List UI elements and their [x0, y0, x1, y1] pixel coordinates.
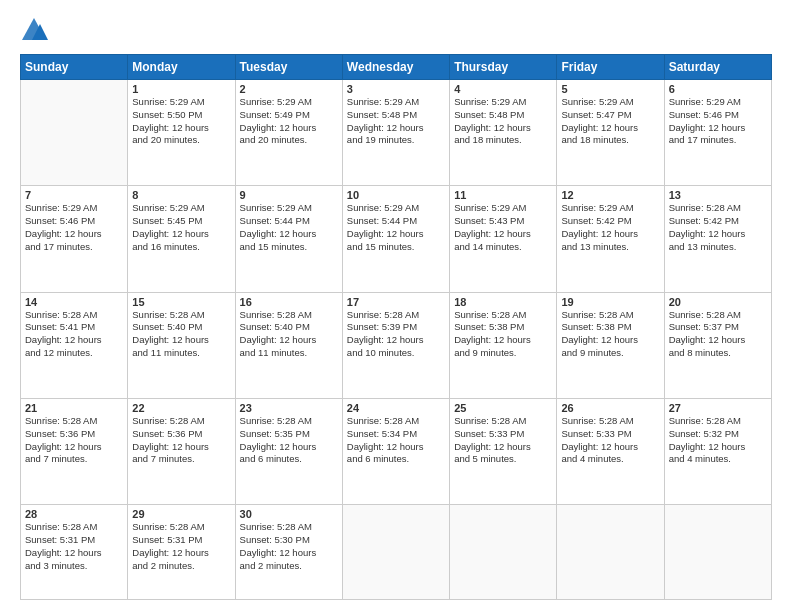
day-info: Sunrise: 5:28 AM Sunset: 5:39 PM Dayligh…	[347, 309, 445, 360]
calendar-cell: 19Sunrise: 5:28 AM Sunset: 5:38 PM Dayli…	[557, 292, 664, 398]
day-number: 15	[132, 296, 230, 308]
day-info: Sunrise: 5:29 AM Sunset: 5:43 PM Dayligh…	[454, 202, 552, 253]
page: SundayMondayTuesdayWednesdayThursdayFrid…	[0, 0, 792, 612]
day-number: 29	[132, 508, 230, 520]
day-of-week-header: Friday	[557, 55, 664, 80]
day-info: Sunrise: 5:28 AM Sunset: 5:33 PM Dayligh…	[454, 415, 552, 466]
day-number: 26	[561, 402, 659, 414]
calendar-week-row: 21Sunrise: 5:28 AM Sunset: 5:36 PM Dayli…	[21, 398, 772, 504]
calendar-cell: 16Sunrise: 5:28 AM Sunset: 5:40 PM Dayli…	[235, 292, 342, 398]
day-number: 11	[454, 189, 552, 201]
day-info: Sunrise: 5:28 AM Sunset: 5:34 PM Dayligh…	[347, 415, 445, 466]
calendar-cell: 4Sunrise: 5:29 AM Sunset: 5:48 PM Daylig…	[450, 80, 557, 186]
calendar-cell: 1Sunrise: 5:29 AM Sunset: 5:50 PM Daylig…	[128, 80, 235, 186]
calendar-cell: 22Sunrise: 5:28 AM Sunset: 5:36 PM Dayli…	[128, 398, 235, 504]
calendar-cell: 29Sunrise: 5:28 AM Sunset: 5:31 PM Dayli…	[128, 505, 235, 600]
day-number: 27	[669, 402, 767, 414]
logo-icon	[20, 16, 48, 44]
calendar-cell	[21, 80, 128, 186]
day-number: 4	[454, 83, 552, 95]
day-number: 16	[240, 296, 338, 308]
calendar-cell: 14Sunrise: 5:28 AM Sunset: 5:41 PM Dayli…	[21, 292, 128, 398]
day-number: 9	[240, 189, 338, 201]
day-number: 28	[25, 508, 123, 520]
calendar-table: SundayMondayTuesdayWednesdayThursdayFrid…	[20, 54, 772, 600]
calendar-cell: 15Sunrise: 5:28 AM Sunset: 5:40 PM Dayli…	[128, 292, 235, 398]
calendar-cell: 11Sunrise: 5:29 AM Sunset: 5:43 PM Dayli…	[450, 186, 557, 292]
day-number: 18	[454, 296, 552, 308]
logo	[20, 16, 52, 44]
day-info: Sunrise: 5:29 AM Sunset: 5:45 PM Dayligh…	[132, 202, 230, 253]
day-info: Sunrise: 5:28 AM Sunset: 5:36 PM Dayligh…	[25, 415, 123, 466]
day-number: 2	[240, 83, 338, 95]
calendar-cell: 21Sunrise: 5:28 AM Sunset: 5:36 PM Dayli…	[21, 398, 128, 504]
day-number: 6	[669, 83, 767, 95]
day-of-week-header: Wednesday	[342, 55, 449, 80]
day-info: Sunrise: 5:29 AM Sunset: 5:44 PM Dayligh…	[347, 202, 445, 253]
calendar-cell: 10Sunrise: 5:29 AM Sunset: 5:44 PM Dayli…	[342, 186, 449, 292]
day-info: Sunrise: 5:29 AM Sunset: 5:42 PM Dayligh…	[561, 202, 659, 253]
day-info: Sunrise: 5:29 AM Sunset: 5:44 PM Dayligh…	[240, 202, 338, 253]
calendar-cell: 18Sunrise: 5:28 AM Sunset: 5:38 PM Dayli…	[450, 292, 557, 398]
day-info: Sunrise: 5:28 AM Sunset: 5:31 PM Dayligh…	[25, 521, 123, 572]
calendar-cell: 12Sunrise: 5:29 AM Sunset: 5:42 PM Dayli…	[557, 186, 664, 292]
day-number: 19	[561, 296, 659, 308]
day-number: 10	[347, 189, 445, 201]
calendar-cell: 24Sunrise: 5:28 AM Sunset: 5:34 PM Dayli…	[342, 398, 449, 504]
day-of-week-header: Saturday	[664, 55, 771, 80]
day-info: Sunrise: 5:28 AM Sunset: 5:40 PM Dayligh…	[240, 309, 338, 360]
header	[20, 16, 772, 44]
day-info: Sunrise: 5:28 AM Sunset: 5:41 PM Dayligh…	[25, 309, 123, 360]
day-info: Sunrise: 5:28 AM Sunset: 5:30 PM Dayligh…	[240, 521, 338, 572]
day-number: 25	[454, 402, 552, 414]
day-number: 30	[240, 508, 338, 520]
calendar-cell: 20Sunrise: 5:28 AM Sunset: 5:37 PM Dayli…	[664, 292, 771, 398]
calendar-cell: 5Sunrise: 5:29 AM Sunset: 5:47 PM Daylig…	[557, 80, 664, 186]
day-info: Sunrise: 5:29 AM Sunset: 5:46 PM Dayligh…	[25, 202, 123, 253]
day-number: 20	[669, 296, 767, 308]
day-info: Sunrise: 5:29 AM Sunset: 5:50 PM Dayligh…	[132, 96, 230, 147]
day-number: 1	[132, 83, 230, 95]
day-number: 17	[347, 296, 445, 308]
calendar-week-row: 7Sunrise: 5:29 AM Sunset: 5:46 PM Daylig…	[21, 186, 772, 292]
day-info: Sunrise: 5:28 AM Sunset: 5:35 PM Dayligh…	[240, 415, 338, 466]
calendar-cell: 27Sunrise: 5:28 AM Sunset: 5:32 PM Dayli…	[664, 398, 771, 504]
day-of-week-header: Sunday	[21, 55, 128, 80]
calendar-cell: 25Sunrise: 5:28 AM Sunset: 5:33 PM Dayli…	[450, 398, 557, 504]
calendar-cell: 30Sunrise: 5:28 AM Sunset: 5:30 PM Dayli…	[235, 505, 342, 600]
calendar-week-row: 28Sunrise: 5:28 AM Sunset: 5:31 PM Dayli…	[21, 505, 772, 600]
day-info: Sunrise: 5:29 AM Sunset: 5:46 PM Dayligh…	[669, 96, 767, 147]
day-info: Sunrise: 5:28 AM Sunset: 5:38 PM Dayligh…	[454, 309, 552, 360]
calendar-cell	[557, 505, 664, 600]
day-info: Sunrise: 5:28 AM Sunset: 5:36 PM Dayligh…	[132, 415, 230, 466]
day-info: Sunrise: 5:28 AM Sunset: 5:37 PM Dayligh…	[669, 309, 767, 360]
day-of-week-header: Monday	[128, 55, 235, 80]
day-number: 8	[132, 189, 230, 201]
day-of-week-header: Tuesday	[235, 55, 342, 80]
day-info: Sunrise: 5:29 AM Sunset: 5:49 PM Dayligh…	[240, 96, 338, 147]
calendar-cell: 28Sunrise: 5:28 AM Sunset: 5:31 PM Dayli…	[21, 505, 128, 600]
day-info: Sunrise: 5:28 AM Sunset: 5:38 PM Dayligh…	[561, 309, 659, 360]
day-of-week-header: Thursday	[450, 55, 557, 80]
calendar-cell	[450, 505, 557, 600]
day-number: 21	[25, 402, 123, 414]
calendar-cell: 7Sunrise: 5:29 AM Sunset: 5:46 PM Daylig…	[21, 186, 128, 292]
calendar-cell: 8Sunrise: 5:29 AM Sunset: 5:45 PM Daylig…	[128, 186, 235, 292]
day-number: 12	[561, 189, 659, 201]
day-number: 13	[669, 189, 767, 201]
calendar-week-row: 14Sunrise: 5:28 AM Sunset: 5:41 PM Dayli…	[21, 292, 772, 398]
day-info: Sunrise: 5:28 AM Sunset: 5:33 PM Dayligh…	[561, 415, 659, 466]
day-number: 24	[347, 402, 445, 414]
calendar-cell: 6Sunrise: 5:29 AM Sunset: 5:46 PM Daylig…	[664, 80, 771, 186]
day-info: Sunrise: 5:29 AM Sunset: 5:48 PM Dayligh…	[454, 96, 552, 147]
calendar-cell: 9Sunrise: 5:29 AM Sunset: 5:44 PM Daylig…	[235, 186, 342, 292]
calendar-cell: 3Sunrise: 5:29 AM Sunset: 5:48 PM Daylig…	[342, 80, 449, 186]
day-info: Sunrise: 5:29 AM Sunset: 5:48 PM Dayligh…	[347, 96, 445, 147]
calendar-header-row: SundayMondayTuesdayWednesdayThursdayFrid…	[21, 55, 772, 80]
day-number: 5	[561, 83, 659, 95]
calendar-cell: 26Sunrise: 5:28 AM Sunset: 5:33 PM Dayli…	[557, 398, 664, 504]
day-info: Sunrise: 5:28 AM Sunset: 5:32 PM Dayligh…	[669, 415, 767, 466]
day-number: 14	[25, 296, 123, 308]
day-number: 7	[25, 189, 123, 201]
calendar-cell: 2Sunrise: 5:29 AM Sunset: 5:49 PM Daylig…	[235, 80, 342, 186]
